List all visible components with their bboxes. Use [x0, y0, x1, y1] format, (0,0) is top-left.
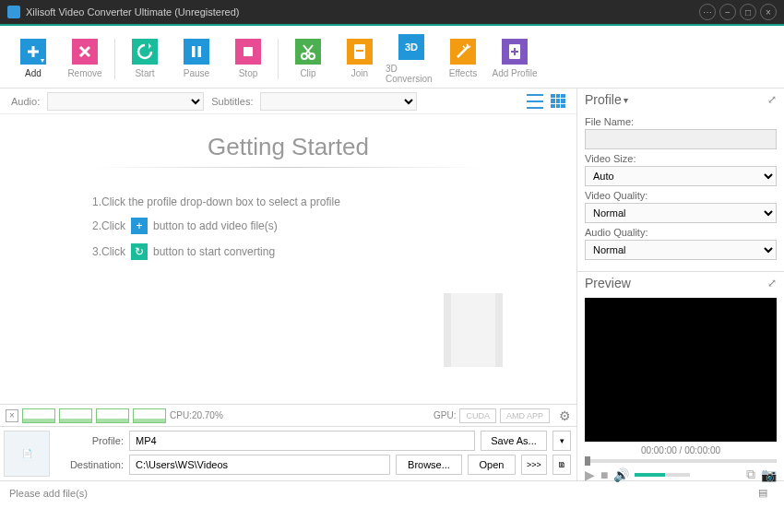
gear-icon[interactable]: ⚙ [559, 408, 571, 423]
svg-rect-13 [356, 50, 363, 52]
stop-icon [235, 39, 261, 65]
svg-rect-7 [244, 47, 253, 56]
save-as-button[interactable]: Save As... [481, 431, 547, 451]
cpu-graph-4 [133, 408, 166, 423]
video-quality-label: Video Quality: [585, 190, 777, 201]
list-view-button[interactable] [527, 94, 543, 109]
expand-preview-icon[interactable]: ⤢ [767, 277, 777, 290]
step-1: 1.Click the profile drop-down box to sel… [92, 195, 484, 208]
app-icon [7, 6, 20, 18]
remove-button[interactable]: Remove [59, 31, 111, 87]
amd-app-button[interactable]: AMD APP [500, 408, 550, 423]
camera-icon[interactable]: 📷 [761, 467, 777, 482]
cpu-graph-3 [96, 408, 129, 423]
cpu-graph-2 [59, 408, 92, 423]
browse-button[interactable]: Browse... [396, 455, 462, 475]
window-title: Xilisoft Video Converter Ultimate (Unreg… [26, 6, 695, 18]
profile-plus-icon [502, 39, 528, 65]
join-button[interactable]: Join [334, 31, 386, 87]
audio-label: Audio: [11, 96, 40, 107]
video-size-label: Video Size: [585, 153, 777, 164]
profile-panel-header: Profile▾ ⤢ [577, 89, 784, 111]
volume-slider[interactable] [635, 473, 690, 477]
stop-button[interactable]: Stop [222, 31, 274, 87]
step-2: 2.Click + button to add video file(s) [92, 218, 484, 234]
audio-select[interactable] [47, 92, 204, 111]
getting-started-panel: Getting Started 1.Click the profile drop… [0, 114, 576, 404]
document-icon [347, 39, 373, 65]
start-button[interactable]: Start [119, 31, 171, 87]
help-button[interactable]: ⋯ [699, 4, 716, 20]
volume-icon[interactable]: 🔊 [613, 467, 629, 482]
more-button[interactable]: >>> [521, 455, 547, 475]
filename-label: File Name: [585, 116, 777, 127]
open-button[interactable]: Open [468, 455, 516, 475]
output-bar: 📄 Profile: Save As... ▾ Destination: Bro… [0, 426, 576, 480]
profile-select[interactable] [129, 431, 475, 451]
pause-button[interactable]: Pause [171, 31, 222, 87]
expand-icon[interactable]: ⤢ [767, 93, 777, 106]
grid-view-button[interactable] [551, 94, 565, 109]
getting-started-heading: Getting Started [55, 133, 521, 161]
preview-panel: Preview ⤢ 00:00:00 / 00:00:00 ▶ ■ 🔊 ⧉ 📷 [577, 271, 784, 486]
preview-time: 00:00:00 / 00:00:00 [577, 445, 784, 455]
svg-rect-5 [198, 46, 202, 57]
plus-icon: + [131, 218, 148, 234]
pause-icon [184, 39, 209, 65]
destination-input[interactable] [129, 455, 390, 475]
scissors-icon [295, 39, 321, 65]
snapshot-list-icon[interactable]: ⧉ [746, 467, 755, 482]
layout-icon[interactable]: ▤ [758, 487, 775, 500]
3d-conversion-button[interactable]: 3D 3D Conversion [386, 31, 437, 87]
filename-input[interactable] [585, 129, 777, 149]
clip-button[interactable]: Clip [282, 31, 334, 87]
cuda-button[interactable]: CUDA [459, 408, 496, 423]
status-message: Please add file(s) [9, 488, 88, 499]
performance-bar: × CPU:20.70% GPU: CUDA AMD APP ⚙ [0, 404, 576, 426]
start-icon: ↻ [131, 243, 148, 260]
x-icon [72, 39, 98, 65]
gpu-label: GPU: [434, 410, 456, 420]
video-size-select[interactable]: Auto [585, 166, 777, 186]
preview-heading: Preview [585, 276, 631, 290]
video-quality-select[interactable]: Normal [585, 203, 777, 223]
svg-text:3D: 3D [405, 41, 418, 53]
svg-rect-3 [184, 39, 209, 65]
refresh-icon [132, 39, 158, 65]
subtitles-label: Subtitles: [211, 96, 253, 107]
format-thumbnail: 📄 [4, 431, 50, 477]
toolbar: Add Remove Start Pause Stop Clip Join 3D… [0, 26, 784, 89]
close-button[interactable]: × [760, 4, 777, 20]
svg-rect-4 [192, 46, 196, 57]
destination-label: Destination: [59, 459, 124, 470]
sub-toolbar: Audio: Subtitles: [0, 89, 576, 114]
preview-screen [585, 298, 777, 442]
play-icon[interactable]: ▶ [585, 467, 595, 482]
minimize-button[interactable]: − [719, 4, 736, 20]
main-area: Audio: Subtitles: Getting Started 1.Clic… [0, 89, 784, 480]
profile-label: Profile: [59, 435, 124, 446]
step-3: 3.Click ↻ button to start converting [92, 243, 484, 260]
stop-icon[interactable]: ■ [600, 467, 608, 482]
effects-button[interactable]: Effects [437, 31, 489, 87]
add-button[interactable]: Add [7, 31, 59, 87]
add-profile-button[interactable]: Add Profile [489, 31, 540, 87]
3d-icon: 3D [398, 34, 424, 60]
save-as-dropdown[interactable]: ▾ [552, 431, 571, 451]
right-panel: Profile▾ ⤢ File Name: Video Size: Auto V… [576, 89, 784, 480]
maximize-button[interactable]: □ [740, 4, 756, 20]
plus-icon [20, 39, 46, 65]
audio-quality-label: Audio Quality: [585, 227, 777, 238]
preview-slider[interactable] [585, 459, 777, 463]
titlebar: Xilisoft Video Converter Ultimate (Unreg… [0, 0, 784, 24]
cpu-graph-1 [22, 408, 55, 423]
wand-icon [450, 39, 476, 65]
svg-rect-2 [132, 39, 158, 65]
subtitles-select[interactable] [260, 92, 417, 111]
close-perf-button[interactable]: × [6, 409, 18, 422]
cpu-label: CPU:20.70% [170, 410, 223, 420]
film-strip-icon [444, 293, 503, 367]
report-icon[interactable]: 🗎 [552, 455, 571, 475]
audio-quality-select[interactable]: Normal [585, 240, 777, 260]
